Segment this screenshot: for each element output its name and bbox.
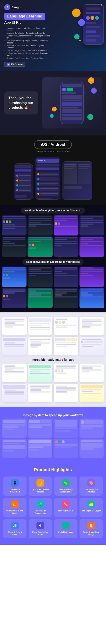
highlight-card-styleguide: 🌐 Global Styleguide <box>54 519 77 538</box>
responsive-ribbon-wrap: Responsive design according to your need… <box>0 259 106 265</box>
responsive-label: Responsive design according to your need… <box>22 259 84 265</box>
screens-row-1 <box>0 215 106 236</box>
ios-subtitle: 100% Editable & Customizable <box>4 150 102 153</box>
shape-purple <box>91 88 97 93</box>
highlight-card-fonts: G Using Google Free Fonts <box>29 519 52 538</box>
highlight-card-design: 🎨 Design System Included <box>80 476 103 496</box>
light-screens-row-1 <box>2 317 104 336</box>
highlight-card-layers: 🗂️ Well Organized Layers <box>80 498 103 517</box>
highlight-icon-editable: ✏️ <box>62 479 69 487</box>
everything-ribbon-wrap: We thought of everything, so you don't h… <box>0 208 106 214</box>
light-screens-row-2 <box>2 337 104 356</box>
screens-badge: F 150 Screens <box>4 62 25 67</box>
light-screen <box>28 337 53 356</box>
logo-icon: E <box>4 4 10 10</box>
highlight-card-screens: 📱 150 Screens iOS/Android <box>3 476 26 496</box>
feature-item: Onboarding: Sign-up, Sign-in, Advanced A… <box>4 52 51 56</box>
screen-thumb <box>28 266 52 287</box>
design-screen <box>54 439 78 458</box>
everything-label: We thought of everything, so you don't h… <box>21 208 85 214</box>
trophy-icon: 🏆 <box>88 77 94 84</box>
screen-thumb <box>54 236 78 257</box>
highlight-icon-components: 🧩 <box>37 500 44 508</box>
light-screen <box>2 317 27 336</box>
highlight-card-drag: 🖱️ Easily Drag & Drop Design <box>80 519 103 538</box>
screen-thumb <box>80 215 104 236</box>
screen-thumb <box>54 266 78 287</box>
feature-item: Premium Subscription with Multiple Payme… <box>4 44 51 49</box>
highlight-icon-screens: 📱 <box>11 479 19 487</box>
light-screen <box>54 364 78 382</box>
screen-thumb <box>28 236 52 257</box>
highlight-icon-clean: ✨ <box>11 522 19 529</box>
ios-android-badge: iOS / Android <box>34 140 72 149</box>
incredible-heading: Incredible ready-made full app <box>2 358 104 362</box>
thankyou-text: Thank you for purchasing our products 🔥 <box>8 96 34 110</box>
highlights-section: Product Highlights 📱 150 Screens iOS/And… <box>0 462 106 545</box>
phone-card-2: Andrew B. <box>35 157 60 200</box>
feature-item: Learning Gamification Concept with Rewar… <box>4 32 51 34</box>
hero-title-badge: Language Learning <box>4 13 45 20</box>
figma-icon: F <box>6 63 10 66</box>
hero-phone-mockup: ✦ ✦ ✦ <box>66 2 106 58</box>
light-screen-green <box>28 364 53 382</box>
design-screen <box>80 439 104 458</box>
light-screen-yellow <box>80 384 104 402</box>
highlight-icon-design: 🎨 <box>87 479 95 487</box>
screen-thumb <box>2 215 26 236</box>
light-screen-purple <box>2 384 27 402</box>
screen-thumb <box>80 266 104 287</box>
highlight-card-theme: 🌙 Light & Dark Theme included <box>29 476 52 496</box>
light-screen-purple <box>2 337 27 356</box>
screen-thumb <box>2 266 26 287</box>
hero-logo: E Elingo <box>4 4 51 10</box>
highlight-label: Easily Drag & Drop Design <box>81 531 101 536</box>
light-screen <box>54 317 78 336</box>
highlight-label: Light & Dark Theme included <box>30 488 50 493</box>
highlight-icon-theme: 🌙 <box>37 479 44 487</box>
feature-item: Leaderboard/Scoreboards/User Rankings Ba… <box>4 35 51 39</box>
design-screen <box>2 439 27 458</box>
highlight-card-editable: ✏️ 100% Editable & Customizable <box>54 476 77 496</box>
star-decoration: ✦ <box>100 3 103 6</box>
feature-item: Settings, Find Friends, Help Center, & M… <box>4 57 51 59</box>
thankyou-section: Thank you for purchasing our products 🔥 <box>0 71 106 135</box>
design-screen <box>28 439 53 458</box>
light-screen <box>28 384 53 402</box>
feature-item: Language Learning with Complete Features… <box>4 27 51 31</box>
phone-card-fold <box>62 161 92 200</box>
screen-thumb <box>2 236 26 257</box>
highlight-label: Clean, Stylish, & Modern <box>5 531 25 536</box>
design-screens-row-1 <box>2 419 104 438</box>
everything-section: We thought of everything, so you don't h… <box>0 205 106 312</box>
light-screen <box>2 364 27 382</box>
phone-card-1 <box>14 164 33 200</box>
star-lg: ✦ <box>78 38 82 43</box>
design-screen <box>54 419 78 438</box>
highlight-icon-styleguide: 🌐 <box>62 522 69 529</box>
phones-showcase: Andrew B. <box>4 157 102 200</box>
highlight-label: Hundreds of Components <box>30 510 50 514</box>
screen-thumb <box>28 288 52 308</box>
hero-section: E Elingo Language Learning App UI Kit La… <box>0 0 106 71</box>
brand-name: Elingo <box>11 6 21 9</box>
highlight-icon-pixel: 📐 <box>11 500 19 508</box>
ios-android-section: iOS / Android 100% Editable & Customizab… <box>0 135 106 205</box>
highlight-card-pixel: 📐 Pixel Perfect & Grid System <box>3 498 26 517</box>
screen-thumb <box>28 215 52 236</box>
highlight-label: Design System Included <box>81 488 101 493</box>
more-light-row-1 <box>2 364 104 382</box>
thankyou-box: Thank you for purchasing our products 🔥 <box>4 92 38 114</box>
screens-row-2 <box>0 236 106 257</box>
more-light-row-2 <box>2 384 104 402</box>
highlight-label: Well Organized Layers <box>81 510 101 512</box>
screens-count: 150 Screens <box>11 63 23 66</box>
light-screen <box>80 317 104 336</box>
screens-row-4 <box>0 288 106 308</box>
highlight-icon-fonts: G <box>37 522 44 529</box>
feature-item: Challenge: Learning Targets, Events, & A… <box>4 40 51 44</box>
highlight-icon-drag: 🖱️ <box>87 522 95 529</box>
design-screens-row-2 <box>2 439 104 458</box>
phone-in-hand: 🏆 <box>42 77 102 128</box>
highlight-card-components: 🧩 Hundreds of Components <box>29 498 52 517</box>
